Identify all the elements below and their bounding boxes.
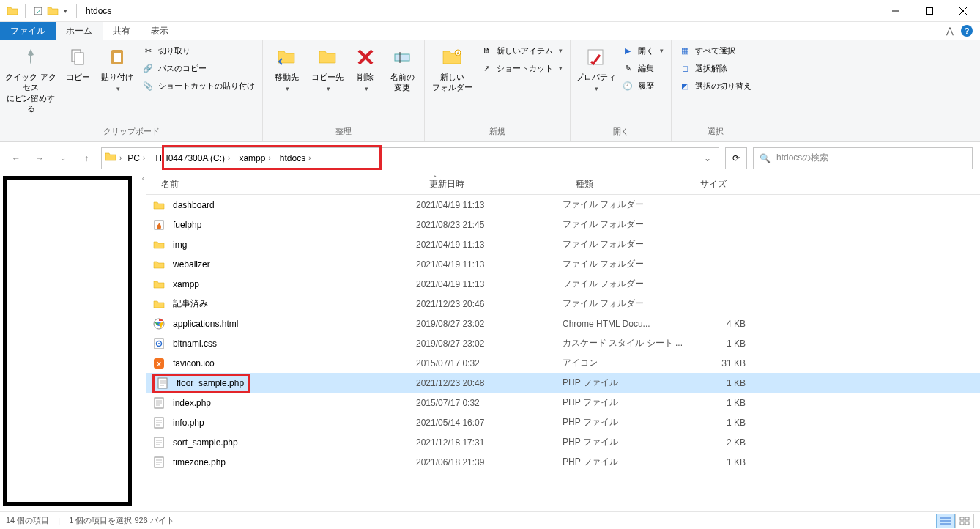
breadcrumb-xampp[interactable]: xampp› — [236, 148, 273, 169]
pin-quickaccess-button[interactable]: クイック アクセス にピン留めする — [4, 42, 57, 114]
cut-button[interactable]: ✂切り取り — [139, 42, 258, 59]
view-thumbnails-button[interactable] — [955, 514, 974, 528]
copy-to-button[interactable]: コピー先▾ — [308, 42, 346, 94]
invert-selection-button[interactable]: ◩選択の切り替え — [676, 78, 754, 94]
copyto-icon — [316, 45, 339, 69]
close-button[interactable] — [946, 0, 980, 22]
address-bar[interactable]: › PC› TIH0447300A (C:)› xampp› htdocs› ⌄ — [101, 147, 719, 169]
chevron-right-icon[interactable]: › — [119, 154, 122, 162]
view-details-button[interactable] — [936, 514, 955, 528]
shortcut-icon: ↗ — [480, 62, 492, 74]
open-icon: ▶ — [622, 45, 634, 56]
file-row[interactable]: info.php2021/05/14 16:07PHP ファイル1 KB — [146, 413, 980, 432]
svg-text:X: X — [157, 360, 161, 368]
svg-rect-2 — [927, 7, 933, 14]
tab-home[interactable]: ホーム — [56, 22, 103, 40]
file-row[interactable]: webalizer2021/04/19 11:13ファイル フォルダー — [146, 254, 980, 274]
file-row[interactable]: fuelphp2021/08/23 21:45ファイル フォルダー — [146, 215, 980, 234]
file-type: PHP ファイル — [563, 396, 687, 409]
tab-view[interactable]: 表示 — [141, 22, 179, 40]
copy-icon — [66, 45, 89, 69]
history-button[interactable]: 🕘履歴 — [619, 78, 667, 94]
move-to-button[interactable]: 移動先▾ — [267, 42, 305, 94]
select-all-button[interactable]: ▦すべて選択 — [676, 42, 754, 59]
properties-button[interactable]: プロパティ▾ — [575, 42, 616, 94]
help-icon[interactable]: ? — [961, 25, 973, 37]
fuel-icon — [152, 218, 166, 232]
up-button[interactable]: ↑ — [78, 149, 95, 167]
file-row[interactable]: bitnami.css2019/08/27 23:02カスケード スタイル シー… — [146, 333, 980, 353]
file-row[interactable]: dashboard2021/04/19 11:13ファイル フォルダー — [146, 195, 980, 215]
forward-button[interactable]: → — [31, 149, 48, 167]
new-item-button[interactable]: 🗎新しいアイテム▾ — [478, 42, 565, 59]
qat-folder-icon[interactable] — [46, 4, 59, 18]
file-type: PHP ファイル — [563, 456, 687, 468]
search-input[interactable]: 🔍 htdocsの検索 — [753, 147, 973, 169]
file-name: 記事済み — [173, 297, 208, 310]
col-date[interactable]: 更新日時 — [423, 178, 570, 190]
breadcrumb-pc[interactable]: PC› — [125, 148, 148, 169]
maximize-button[interactable] — [913, 0, 946, 22]
file-name: info.php — [173, 418, 204, 428]
col-name[interactable]: 名前 — [146, 178, 423, 190]
new-shortcut-button[interactable]: ↗ショートカット▾ — [478, 60, 565, 76]
tab-file[interactable]: ファイル — [0, 22, 56, 40]
copy-button[interactable]: コピー — [60, 42, 95, 82]
file-row[interactable]: sort_sample.php2021/12/18 17:31PHP ファイル2… — [146, 432, 980, 452]
file-date: 2021/04/19 11:13 — [416, 279, 563, 289]
rename-icon — [390, 45, 414, 69]
file-row[interactable]: applications.html2019/08/27 23:02Chrome … — [146, 314, 980, 333]
tab-share[interactable]: 共有 — [103, 22, 141, 40]
file-name: applications.html — [173, 319, 238, 329]
file-name: webalizer — [173, 259, 210, 270]
file-date: 2021/04/19 11:13 — [416, 240, 563, 250]
file-size: 31 KB — [687, 358, 753, 369]
copy-path-button[interactable]: 🔗パスのコピー — [139, 60, 258, 76]
css-icon — [152, 337, 166, 350]
qat-properties-icon[interactable] — [31, 4, 45, 18]
file-date: 2021/04/19 11:13 — [416, 200, 563, 210]
file-size: 4 KB — [687, 319, 753, 329]
navigation-pane[interactable]: ‹ — [0, 174, 146, 511]
qat-dropdown-icon[interactable]: ▾ — [61, 7, 70, 15]
file-type: ファイル フォルダー — [563, 199, 687, 211]
col-size[interactable]: サイズ — [694, 178, 768, 190]
refresh-button[interactable]: ⟳ — [725, 147, 747, 169]
paste-shortcut-button[interactable]: 📎ショートカットの貼り付け — [139, 78, 258, 94]
properties-icon — [584, 45, 607, 69]
address-dropdown-icon[interactable]: ⌄ — [699, 153, 716, 163]
ribbon-group-select: ▦すべて選択 ◻選択解除 ◩選択の切り替え 選択 — [672, 40, 759, 141]
chevron-left-icon[interactable]: ‹ — [142, 174, 144, 182]
recent-dropdown[interactable]: ⌄ — [54, 149, 72, 167]
file-row[interactable]: img2021/04/19 11:13ファイル フォルダー — [146, 234, 980, 254]
select-none-button[interactable]: ◻選択解除 — [676, 60, 754, 76]
ribbon-collapse-icon[interactable]: ⋀ — [946, 26, 954, 36]
rename-button[interactable]: 名前の 変更 — [385, 42, 420, 93]
file-type: ファイル フォルダー — [563, 258, 687, 270]
svg-rect-11 — [395, 54, 409, 61]
paste-button[interactable]: 貼り付け ▾ — [98, 42, 136, 94]
file-row[interactable]: floor_sample.php2021/12/23 20:48PHP ファイル… — [146, 373, 980, 393]
file-row[interactable]: xampp2021/04/19 11:13ファイル フォルダー — [146, 274, 980, 294]
chrome-icon — [152, 317, 166, 330]
edit-button[interactable]: ✎編集 — [619, 60, 667, 76]
breadcrumb-drive[interactable]: TIH0447300A (C:)› — [151, 148, 233, 169]
file-date: 2019/08/27 23:02 — [416, 339, 563, 349]
navbar: ← → ⌄ ↑ › PC› TIH0447300A (C:)› xampp› h… — [0, 142, 980, 174]
open-button[interactable]: ▶開く▾ — [619, 42, 667, 59]
file-date: 2021/12/18 17:31 — [416, 437, 563, 448]
file-size: 2 KB — [687, 437, 753, 448]
new-folder-button[interactable]: ★ 新しい フォルダー — [429, 42, 475, 93]
col-type[interactable]: 種類 — [570, 178, 694, 190]
back-button[interactable]: ← — [7, 149, 25, 167]
ribbon-group-open: プロパティ▾ ▶開く▾ ✎編集 🕘履歴 開く — [571, 40, 672, 141]
column-headers: ⌃ 名前 更新日時 種類 サイズ — [146, 174, 980, 195]
breadcrumb-htdocs[interactable]: htdocs› — [277, 148, 314, 169]
file-row[interactable]: Xfavicon.ico2015/07/17 0:32アイコン31 KB — [146, 353, 980, 373]
minimize-button[interactable] — [879, 0, 913, 22]
file-row[interactable]: index.php2015/07/17 0:32PHP ファイル1 KB — [146, 393, 980, 413]
file-row[interactable]: timezone.php2021/06/18 21:39PHP ファイル1 KB — [146, 452, 980, 472]
paste-icon — [105, 45, 129, 69]
file-row[interactable]: 記事済み2021/12/23 20:46ファイル フォルダー — [146, 294, 980, 314]
delete-button[interactable]: 削除▾ — [349, 42, 382, 94]
